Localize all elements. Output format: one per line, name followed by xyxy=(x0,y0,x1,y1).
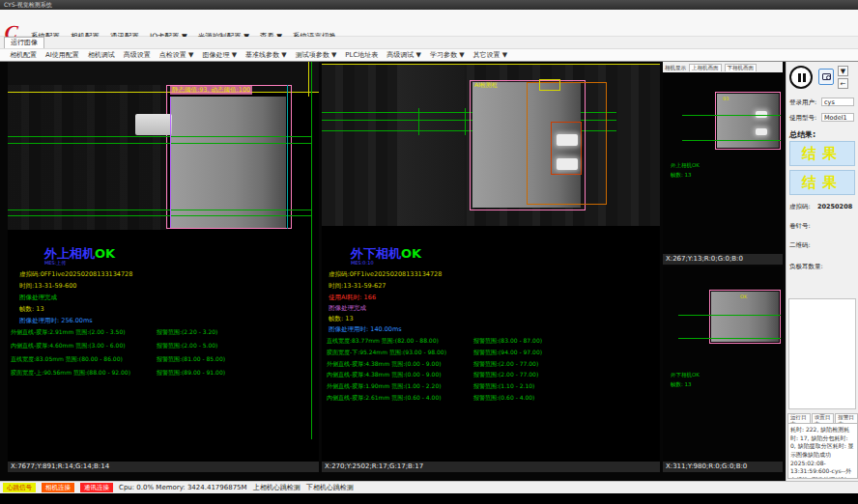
tool-other-settings[interactable]: 其它设置 ▼ xyxy=(473,50,508,60)
process-time-line: 图像处理用时: 140.00ms xyxy=(329,325,402,334)
barcode-line: 虚拟码:0FF1ive20250208133134728 xyxy=(329,270,442,279)
pin-number-label: 卷针号: xyxy=(789,222,811,231)
measurement-row: 直线宽度:83.77mm 范围:(82.00 - 88.00) 报警范围:(83… xyxy=(327,337,660,346)
virtual-code-value: 20250208 xyxy=(817,203,852,210)
measurement-row: 外侧直线-胶厚:1.90mm 范围:(1.00 - 2.20) 报警范围:(1.… xyxy=(327,382,660,391)
window-title: CYS-视觉检测系统 xyxy=(4,1,52,8)
measurement-row: 胶面宽度-上:90.56mm 范围:(88.00 - 92.00) 报警范围:(… xyxy=(11,369,319,378)
measurement-value: 直线宽度:83.77mm 范围:(82.00 - 88.00) xyxy=(327,337,439,344)
login-user-label: 登录用户: xyxy=(789,98,816,107)
tool-learning-params[interactable]: 学习参数 ▼ xyxy=(430,50,465,60)
app-window: CYS-视觉检测系统 C 系统配置 相机配置 通讯配置 IO卡配置 ▼ 光源控制… xyxy=(0,0,858,504)
status-bar: 心跳信号 相机连接 通讯连接 Cpu: 0.0% Memory: 3424.41… xyxy=(0,481,858,493)
time-line: 时间:13-31-59-600 xyxy=(19,282,76,291)
camera-name: 外下相机 xyxy=(351,246,401,261)
frame-count-line: 帧数: 13 xyxy=(19,305,44,314)
mini-frame-line: 帧数: 13 xyxy=(671,380,692,388)
overlay-green-line xyxy=(682,115,781,116)
camera-result-ok: OK xyxy=(401,246,421,261)
back-arrow-button[interactable]: ← xyxy=(838,78,848,89)
virtual-code-label: 虚拟码: xyxy=(789,203,811,211)
mini-result-line: 外下相机OK xyxy=(671,371,700,378)
cpu-memory-readout: Cpu: 0.0% Memory: 3424.41796875M xyxy=(119,484,247,491)
alarm-range: 报警范围:(2.00 - 77.00) xyxy=(473,371,538,379)
overlay-green-line xyxy=(8,143,311,144)
camera-icon xyxy=(822,73,831,80)
measurement-row: 内侧直线-胶厚:2.61mm 范围:(0.60 - 4.00) 报警范围:(0.… xyxy=(327,394,660,403)
qr-code-label: 二维码: xyxy=(789,241,811,250)
overlay-green-line xyxy=(465,108,466,135)
measurement-row: 内侧直线-胶厚:4.38mm 范围:(0.00 - 9.00) 报警范围:(2.… xyxy=(327,371,660,379)
chevron-down-icon: ▼ xyxy=(841,68,845,75)
toolbar: 相机配置 AI使用配置 相机调试 高级设置 点检设置 ▼ 图像处理 ▼ 基准线参… xyxy=(0,48,858,62)
preview-lower-camera[interactable]: OK 外下相机OK 帧数: 13 xyxy=(663,266,783,462)
process-time-line: 图像处理用时: 256.00ms xyxy=(19,317,93,325)
model-value[interactable]: Model1 xyxy=(821,113,854,122)
camera-name: 外上相机 xyxy=(44,246,95,261)
camera-result-ok: OK xyxy=(95,246,115,261)
tab-run-image[interactable]: 运行图像 xyxy=(4,37,44,48)
tool-baseline-params[interactable]: 基准线参数 ▼ xyxy=(245,50,287,60)
overlay-green-line xyxy=(682,140,781,141)
mes-subline: MES:上传 xyxy=(44,260,66,266)
overlay-yellow-line xyxy=(308,62,309,97)
preview-header: 相机显示 上相机画面 下相机画面 xyxy=(663,62,783,72)
measurement-value: 内侧直线-胶厚:4.60mm 范围:(3.00 - 6.00) xyxy=(11,342,126,349)
upper-camera-heartbeat-label[interactable]: 上相机心跳检测 xyxy=(253,483,300,492)
title-bar[interactable]: CYS-视觉检测系统 xyxy=(0,0,858,10)
alarm-range: 报警范围:(2.00 - 77.00) xyxy=(473,360,538,369)
tab-upper-camera-view[interactable]: 上相机画面 xyxy=(689,64,722,71)
lower-camera-heartbeat-label[interactable]: 下相机心跳检测 xyxy=(306,483,354,492)
tool-camera-config[interactable]: 相机配置 xyxy=(10,50,37,60)
inspected-part xyxy=(170,97,286,228)
result-list-box[interactable] xyxy=(788,298,856,409)
tool-image-processing[interactable]: 图像处理 ▼ xyxy=(202,50,237,60)
negative-tab-count-label: 负极耳数量: xyxy=(789,263,823,271)
tool-ai-usage-config[interactable]: AI使用配置 xyxy=(45,50,79,60)
measurement-value: 外侧直线-胶厚:4.38mm 范围:(0.00 - 9.00) xyxy=(327,360,442,367)
model-label: 使用型号: xyxy=(789,114,816,123)
time-line: 时间:13-31-59-627 xyxy=(329,282,386,291)
bottom-filler xyxy=(0,493,858,504)
tool-camera-debug[interactable]: 相机调试 xyxy=(88,50,115,60)
camera-snapshot-button[interactable] xyxy=(818,69,834,85)
tool-test-params[interactable]: 测试项参数 ▼ xyxy=(296,50,337,60)
ai-marker-box xyxy=(539,79,560,91)
measurement-value: 外侧直线-胶厚:1.90mm 范围:(1.00 - 2.20) xyxy=(327,382,442,389)
main-area: 静态阈值:93, 动态阈值:100 外上相机OK MES:上传 虚拟码:0FF1… xyxy=(0,62,858,481)
pause-button[interactable] xyxy=(789,66,813,89)
bright-feature xyxy=(557,134,578,146)
overlay-green-line xyxy=(678,315,781,316)
measurement-row: 外侧直线-胶厚:2.91mm 范围:(2.00 - 3.50) 报警范围:(2.… xyxy=(11,328,319,337)
login-user-value[interactable]: cys xyxy=(821,98,854,106)
tool-spotcheck-settings[interactable]: 点检设置 ▼ xyxy=(159,50,194,60)
total-result-label: 总结果: xyxy=(789,129,815,140)
preview-upper-camera[interactable]: 93 外上相机OK 帧数: 13 xyxy=(663,72,783,254)
log-text-area[interactable]: 耗时: 222, 缺陷检测耗时: 17, 缺陷分包耗时: 0, 缺陷提取分区耗时… xyxy=(787,423,858,479)
tool-plc-address-table[interactable]: PLC地址表 xyxy=(345,50,378,60)
measurement-value: 直线宽度:83.05mm 范围:(80.00 - 86.00) xyxy=(11,355,123,362)
overlay-teal-line xyxy=(287,85,288,229)
alarm-range: 报警范围:(94.00 - 97.00) xyxy=(473,349,542,357)
frame-count-line: 帧数: 13 xyxy=(329,315,354,323)
cursor-coords-left: X:7677;Y:891;R:14;G:14;B:14 xyxy=(8,462,319,472)
tool-advanced-debug[interactable]: 高级调试 ▼ xyxy=(386,50,421,60)
measurement-row: 内侧直线-胶厚:4.60mm 范围:(3.00 - 6.00) 报警范围:(2.… xyxy=(11,342,319,350)
tab-lower-camera-view[interactable]: 下相机画面 xyxy=(725,64,758,71)
chevron-down-button[interactable]: ▼ xyxy=(838,66,848,76)
overlay-green-line xyxy=(678,338,781,339)
camera-view-lower[interactable]: AI检测框 外下相机OK MES:0:10 虚拟码:0FF1ive2025020… xyxy=(322,62,660,462)
barcode-line: 虚拟码:0FF1ive20250208133134728 xyxy=(19,270,132,279)
machine-background xyxy=(8,85,168,230)
alarm-range: 报警范围:(0.60 - 4.00) xyxy=(473,394,534,403)
alarm-range: 报警范围:(2.00 - 5.00) xyxy=(157,342,217,350)
process-done-line: 图像处理完成 xyxy=(19,294,57,302)
mes-subline: MES:0:10 xyxy=(351,260,374,266)
alarm-range: 报警范围:(2.20 - 3.20) xyxy=(157,328,217,337)
measurement-row: 胶面宽度-下:95.24mm 范围:(93.00 - 98.00) 报警范围:(… xyxy=(327,349,660,357)
result-display-upper: 结果 xyxy=(789,141,855,166)
alarm-range: 报警范围:(89.00 - 91.00) xyxy=(157,369,225,378)
tool-advanced-settings[interactable]: 高级设置 xyxy=(124,50,151,60)
comm-connection-badge: 通讯连接 xyxy=(80,483,113,492)
camera-view-upper[interactable]: 静态阈值:93, 动态阈值:100 外上相机OK MES:上传 虚拟码:0FF1… xyxy=(8,62,319,462)
